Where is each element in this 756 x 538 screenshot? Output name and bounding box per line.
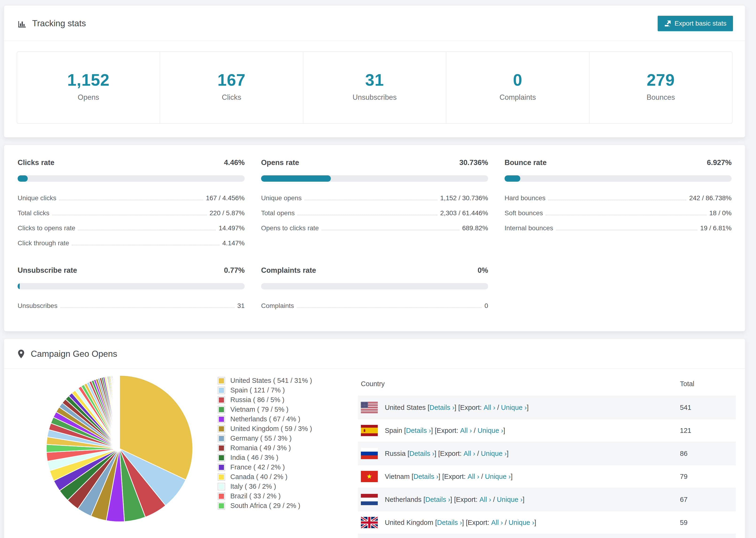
rate-row-value: 2,303 / 61.446% <box>440 209 488 217</box>
country-name: Vietnam <box>385 473 411 480</box>
export-all-link[interactable]: All › <box>467 473 479 480</box>
rate-head: Opens rate30.736% <box>261 158 488 167</box>
rate-progress-bar <box>505 175 731 182</box>
rate-row: Click through rate4.147% <box>18 236 244 251</box>
rate-rows: Hard bounces242 / 86.738%Soft bounces18 … <box>505 190 731 236</box>
bracket: ] [Export: <box>450 496 479 503</box>
slash: / <box>472 427 477 434</box>
stat-value: 0 <box>446 71 589 89</box>
geo-table-row-de: Germany [Details ›] [Export: All › / Uni… <box>358 534 736 538</box>
bracket: ] [Export: <box>455 404 484 411</box>
geo-table-row-es: Spain [Details ›] [Export: All › / Uniqu… <box>358 419 736 442</box>
dotted-leader <box>546 215 706 215</box>
rate-row-value: 689.82% <box>462 224 488 232</box>
bracket: [ <box>423 496 425 503</box>
rate-head: Complaints rate0% <box>261 266 488 275</box>
country-total: 541 <box>677 396 736 419</box>
export-basic-stats-button[interactable]: Export basic stats <box>658 16 733 31</box>
geo-table: Country Total United States [Details ›] … <box>358 372 736 538</box>
page: Tracking stats Export basic stats 1,152O… <box>0 0 756 538</box>
details-link[interactable]: Details › <box>406 427 431 434</box>
dotted-leader <box>72 245 220 245</box>
country-total: 79 <box>677 465 736 488</box>
rate-row: Unsubscribes31 <box>18 298 244 313</box>
flag-icon-us <box>361 402 378 413</box>
export-unique-link[interactable]: Unique › <box>501 404 527 411</box>
rate-row: Clicks to opens rate14.497% <box>18 221 244 236</box>
export-all-link[interactable]: All › <box>479 496 491 503</box>
campaign-geo-opens-card: Campaign Geo Opens United States ( 541 /… <box>4 339 745 538</box>
slash: / <box>495 404 501 411</box>
geo-table-row-nl: Netherlands [Details ›] [Export: All › /… <box>358 488 736 511</box>
stat-cell-clicks: 167Clicks <box>160 52 303 123</box>
details-link[interactable]: Details › <box>429 404 454 411</box>
rate-progress-bar <box>261 283 488 290</box>
details-link[interactable]: Details › <box>409 450 434 457</box>
export-all-link[interactable]: All › <box>463 450 475 457</box>
export-unique-link[interactable]: Unique › <box>485 473 511 480</box>
dotted-leader <box>304 200 437 200</box>
rate-block-unsubscribe-rate: Unsubscribe rate0.77%Unsubscribes31 <box>18 266 244 313</box>
legend-swatch <box>218 473 225 481</box>
rate-rows: Unsubscribes31 <box>18 298 244 313</box>
bracket: [ <box>407 450 409 457</box>
legend-label: Germany ( 55 / 3% ) <box>230 435 292 442</box>
pie-chart-svg[interactable] <box>44 373 195 524</box>
export-unique-link[interactable]: Unique › <box>481 450 507 457</box>
pie-legend: United States ( 541 / 31% )Spain ( 121 /… <box>218 376 348 511</box>
bar-chart-icon <box>17 19 27 28</box>
rate-progress-fill <box>18 283 20 290</box>
rate-progress-fill <box>505 175 520 182</box>
export-all-link[interactable]: All › <box>491 519 503 526</box>
legend-swatch <box>218 377 225 385</box>
dotted-leader <box>556 230 697 230</box>
geo-pie-chart[interactable] <box>44 373 195 525</box>
flag-icon-es <box>361 425 378 436</box>
rate-row: Soft bounces18 / 0% <box>505 206 731 221</box>
legend-item: Vietnam ( 79 / 5% ) <box>218 405 348 414</box>
rate-progress-bar <box>261 175 488 182</box>
details-link[interactable]: Details › <box>413 473 438 480</box>
details-link[interactable]: Details › <box>425 496 450 503</box>
bracket: ] <box>503 427 505 434</box>
export-unique-link[interactable]: Unique › <box>477 427 503 434</box>
legend-label: India ( 46 / 3% ) <box>230 454 279 461</box>
bracket: ] <box>534 519 536 526</box>
legend-label: Italy ( 36 / 2% ) <box>230 483 276 490</box>
rate-row-value: 31 <box>237 302 244 310</box>
legend-swatch <box>218 463 225 471</box>
rate-progress-bar <box>18 175 244 182</box>
legend-label: Vietnam ( 79 / 5% ) <box>230 405 289 413</box>
legend-label: United States ( 541 / 31% ) <box>230 377 312 385</box>
country-total: 121 <box>677 419 736 442</box>
export-unique-link[interactable]: Unique › <box>497 496 523 503</box>
stat-value: 167 <box>160 71 303 89</box>
legend-label: Russia ( 86 / 5% ) <box>230 396 284 404</box>
rate-block-complaints-rate: Complaints rate0%Complaints0 <box>261 266 488 313</box>
rate-value: 4.46% <box>224 158 244 167</box>
rate-head: Unsubscribe rate0.77% <box>18 266 244 275</box>
rate-row-label: Clicks to opens rate <box>18 224 75 232</box>
legend-label: United Kingdom ( 59 / 3% ) <box>230 425 312 433</box>
page-title-text: Tracking stats <box>32 19 86 28</box>
geo-header: Campaign Geo Opens <box>4 339 745 369</box>
export-all-link[interactable]: All › <box>484 404 495 411</box>
geo-table-header-row: Country Total <box>358 372 736 396</box>
rate-row-value: 242 / 86.738% <box>689 194 731 202</box>
bracket: ] <box>523 496 524 503</box>
export-all-link[interactable]: All › <box>460 427 472 434</box>
stat-value: 1,152 <box>17 71 160 89</box>
bracket: ] <box>507 450 509 457</box>
rate-progress-bar <box>18 283 244 290</box>
export-unique-link[interactable]: Unique › <box>509 519 534 526</box>
legend-swatch <box>218 387 225 394</box>
rate-row-value: 18 / 0% <box>709 209 731 217</box>
legend-item: Canada ( 40 / 2% ) <box>218 472 348 482</box>
bracket: ] <box>511 473 513 480</box>
stat-label: Complaints <box>446 93 589 102</box>
country-total: 67 <box>677 488 736 511</box>
flag-icon-nl <box>361 494 378 505</box>
legend-swatch <box>218 483 225 490</box>
details-link[interactable]: Details › <box>437 519 462 526</box>
dotted-leader <box>548 200 686 200</box>
